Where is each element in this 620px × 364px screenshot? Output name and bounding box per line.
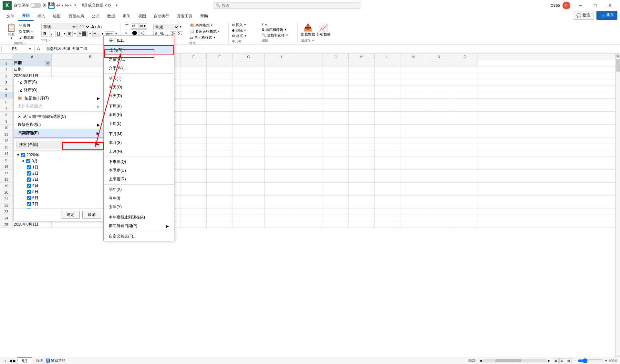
cell-n5[interactable] (426, 92, 452, 98)
cell-n24[interactable] (426, 215, 452, 221)
cell-n22[interactable] (426, 202, 452, 208)
cell-j8[interactable] (323, 112, 349, 118)
date-this-week-item[interactable]: 本周(H) (104, 111, 174, 119)
cell-f13[interactable] (207, 144, 232, 150)
cell-e11[interactable] (181, 131, 207, 137)
scroll-up-btn[interactable]: ▲ (616, 54, 620, 58)
cell-h6[interactable] (265, 99, 297, 105)
cell-m13[interactable] (400, 144, 426, 150)
tab-review[interactable]: 审阅 (119, 12, 134, 21)
cell-l2[interactable] (375, 73, 400, 79)
cell-ref-input[interactable] (1, 46, 27, 52)
cell-o4[interactable] (452, 86, 478, 92)
cell-n16[interactable] (426, 163, 452, 169)
col-header-j[interactable]: J (323, 54, 349, 60)
tree-day-checkbox[interactable] (27, 196, 31, 200)
cell-e18[interactable] (181, 176, 207, 182)
bold-btn[interactable]: B (41, 31, 48, 37)
cell-l12[interactable] (375, 137, 400, 144)
fill-dropdown[interactable]: ▼ (89, 32, 91, 35)
cell-e15[interactable] (181, 157, 207, 163)
work-view-item[interactable]: 工作表视图(V) ▶ (14, 102, 104, 110)
cell-j11[interactable] (323, 131, 349, 137)
cell-o16[interactable] (452, 163, 478, 169)
cell-o23[interactable] (452, 208, 478, 215)
cell-l4[interactable] (375, 86, 400, 92)
cell-j3[interactable] (323, 79, 349, 86)
cell-o25[interactable] (452, 221, 478, 228)
cell-i25[interactable] (297, 221, 323, 228)
date-custom-item[interactable]: 自定义筛选(F)... (104, 232, 174, 241)
cell-n6[interactable] (426, 99, 452, 105)
cell-h18[interactable] (265, 176, 297, 182)
cell-g25[interactable] (232, 221, 265, 228)
cell-a1[interactable]: 日期 (13, 66, 52, 73)
cell-e22[interactable] (181, 202, 207, 208)
date-last-quarter-item[interactable]: 上季度(R) (104, 175, 174, 184)
cell-e13[interactable] (181, 144, 207, 150)
cell-n9[interactable] (426, 118, 452, 124)
cell-h7[interactable] (265, 105, 297, 111)
cell-n3[interactable] (426, 79, 452, 86)
cell-n11[interactable] (426, 131, 452, 137)
cell-l25[interactable] (375, 221, 400, 228)
cell-l11[interactable] (375, 131, 400, 137)
tree-day-checkbox[interactable] (27, 190, 31, 194)
cell-m8[interactable] (400, 112, 426, 118)
date-filter-item[interactable]: 日期筛选(E) ▶ (14, 129, 104, 137)
cell-i22[interactable] (297, 202, 323, 208)
indent-decrease-btn[interactable]: ◁ (139, 29, 148, 36)
cell-k1[interactable] (349, 66, 375, 73)
cut-btn[interactable]: ✂ 剪切 (18, 23, 35, 28)
cell-m9[interactable] (400, 118, 426, 124)
minimize-btn[interactable]: ─ (573, 0, 588, 11)
cell-f1[interactable] (207, 60, 232, 66)
user-avatar[interactable]: O (563, 2, 570, 9)
normal-view-btn[interactable]: ⊞ (553, 358, 559, 363)
cell-g4[interactable] (232, 86, 265, 92)
cell-l19[interactable] (375, 183, 400, 189)
cell-j17[interactable] (323, 170, 349, 176)
cell-n19[interactable] (426, 183, 452, 189)
zoom-slider[interactable]: − + 100% (574, 358, 617, 363)
cell-g14[interactable] (232, 150, 265, 157)
cell-h1[interactable] (265, 60, 297, 66)
cell-g1[interactable] (232, 66, 265, 73)
cell-n15[interactable] (426, 157, 452, 163)
page-layout-btn[interactable]: ⊟ (559, 358, 565, 363)
cell-h14[interactable] (265, 150, 297, 157)
cell-m24[interactable] (400, 215, 426, 221)
date-equal-item[interactable]: 等于(E)... (104, 36, 174, 45)
cell-l1[interactable] (375, 66, 400, 73)
cell-h11[interactable] (265, 131, 297, 137)
cell-g7[interactable] (232, 105, 265, 111)
cell-l23[interactable] (375, 208, 400, 215)
cell-style-btn[interactable]: 🗂 单元格样式 ▼ (189, 35, 226, 40)
cell-k19[interactable] (349, 183, 375, 189)
cell-m11[interactable] (400, 131, 426, 137)
cell-j13[interactable] (323, 144, 349, 150)
cell-o21[interactable] (452, 196, 478, 202)
h-scroll-right[interactable]: ▶ (548, 359, 550, 362)
date-next-week-item[interactable]: 下周(K) (104, 102, 174, 111)
cell-g12[interactable] (232, 137, 265, 144)
cell-l24[interactable] (375, 215, 400, 221)
cell-i21[interactable] (297, 196, 323, 202)
cell-f24[interactable] (207, 215, 232, 221)
cell-k15[interactable] (349, 157, 375, 163)
cell-e23[interactable] (181, 208, 207, 215)
comment-btn[interactable]: 💬 批注 (573, 11, 594, 20)
cell-g13[interactable] (232, 144, 265, 150)
tab-developer[interactable]: 开发工具 (173, 12, 196, 21)
close-btn[interactable]: ✕ (603, 0, 617, 11)
date-between-item[interactable]: 介于(W)... (104, 64, 174, 73)
cell-o24[interactable] (452, 215, 478, 221)
cell-l16[interactable] (375, 163, 400, 169)
cell-k20[interactable] (349, 189, 375, 195)
cell-l3[interactable] (375, 79, 400, 86)
cell-h1[interactable] (265, 66, 297, 73)
font-color-dropdown[interactable]: ▼ (101, 32, 104, 35)
format-btn[interactable]: ⚙ 格式 ▼ (232, 34, 255, 38)
undo-dropdown[interactable]: ▼ (61, 4, 64, 7)
date-last-month-item[interactable]: 上月(N) (104, 147, 174, 156)
